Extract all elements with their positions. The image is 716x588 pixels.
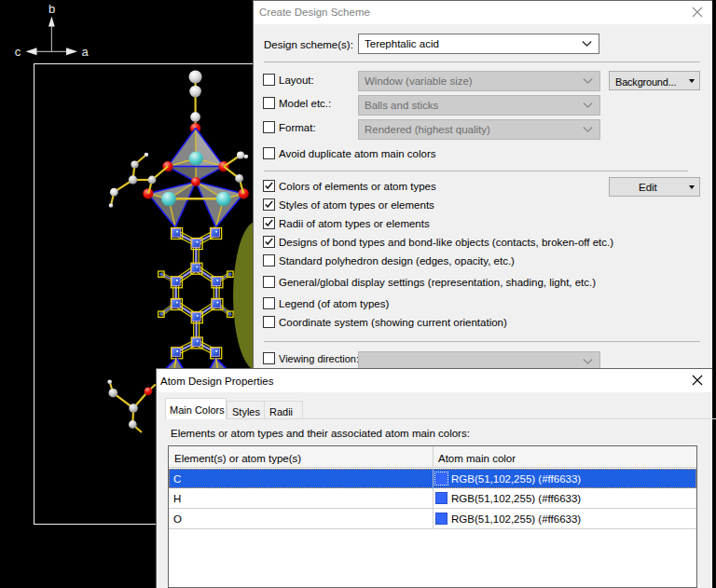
svg-text:a: a: [81, 45, 89, 59]
svg-text:b: b: [48, 2, 55, 16]
svg-text:c: c: [15, 45, 21, 59]
